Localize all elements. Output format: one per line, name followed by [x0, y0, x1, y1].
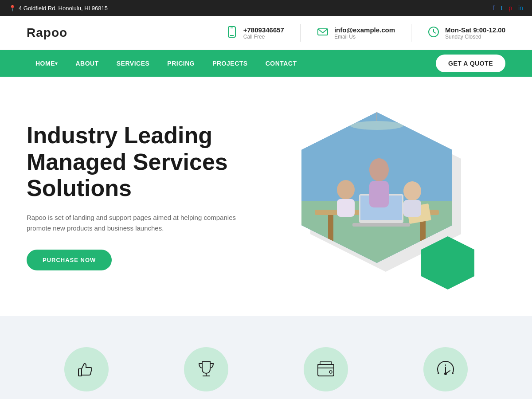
- nav-about[interactable]: ABOUT: [67, 50, 108, 77]
- clock-icon: [427, 26, 440, 40]
- hero-title: Industry Leading Managed Services Soluti…: [27, 122, 266, 202]
- nav-home-link[interactable]: HOME: [27, 50, 67, 77]
- divider-2: [411, 24, 411, 42]
- svg-rect-27: [318, 364, 334, 376]
- feature-advice: The right advice: [27, 347, 146, 399]
- site-logo[interactable]: Rapoo: [27, 26, 67, 40]
- nav-contact[interactable]: CONTACT: [257, 50, 306, 77]
- top-bar: 📍 4 Goldfield Rd. Honolulu, HI 96815 f t…: [0, 0, 532, 16]
- gauge-icon: [434, 358, 457, 380]
- feature-premium: Premium Services: [386, 347, 505, 399]
- svg-rect-21: [403, 200, 421, 217]
- divider-1: [300, 24, 301, 42]
- nav-pricing-link[interactable]: PRICING: [158, 50, 203, 77]
- svg-point-20: [403, 181, 421, 201]
- nav-services-link[interactable]: SERVICES: [108, 50, 159, 77]
- thumbs-up-icon: [75, 358, 98, 380]
- svg-line-6: [434, 32, 436, 33]
- svg-rect-28: [318, 364, 334, 368]
- svg-rect-19: [337, 199, 355, 217]
- hours-info: Mon-Sat 9:00-12.00 Sunday Closed: [445, 26, 505, 40]
- feature-excellence: Recognised for excellence: [146, 347, 266, 399]
- nav-about-link[interactable]: ABOUT: [67, 50, 108, 77]
- email-contact: info@example.com Email Us: [317, 26, 395, 40]
- svg-point-22: [350, 121, 403, 130]
- facebook-icon[interactable]: f: [493, 4, 495, 12]
- email-icon: [317, 26, 329, 40]
- nav-services[interactable]: SERVICES: [108, 50, 159, 77]
- svg-point-18: [337, 180, 355, 200]
- pinterest-icon[interactable]: p: [509, 4, 512, 12]
- address-area: 📍 4 Goldfield Rd. Honolulu, HI 96815: [9, 5, 108, 12]
- nav-contact-link[interactable]: CONTACT: [257, 50, 306, 77]
- svg-rect-17: [369, 181, 389, 207]
- sunday-label: Sunday Closed: [445, 34, 505, 40]
- nav-projects-link[interactable]: PROJECTS: [203, 50, 256, 77]
- phone-contact: +7809346657 Call Free: [226, 26, 284, 40]
- hours-text: Mon-Sat 9:00-12.00: [445, 26, 505, 34]
- hero-content: Industry Leading Managed Services Soluti…: [27, 122, 266, 270]
- phone-icon: [226, 26, 238, 40]
- get-quote-button[interactable]: GET A QUOTE: [436, 55, 505, 72]
- twitter-icon[interactable]: t: [501, 4, 502, 12]
- wallet-icon: [315, 358, 337, 380]
- email-label: Email Us: [334, 34, 395, 40]
- nav-home[interactable]: HOME: [27, 50, 67, 77]
- email-info: info@example.com Email Us: [334, 26, 395, 40]
- email-address: info@example.com: [334, 26, 395, 34]
- feature-premium-circle: [423, 347, 468, 391]
- svg-rect-14: [352, 223, 410, 227]
- header-contacts: +7809346657 Call Free info@example.com E…: [226, 24, 505, 42]
- social-links[interactable]: f t p in: [493, 4, 523, 12]
- feature-excellence-circle: [184, 347, 228, 391]
- site-header: Rapoo +7809346657 Call Free: [0, 16, 532, 50]
- svg-rect-24: [78, 369, 82, 376]
- phone-info: +7809346657 Call Free: [243, 26, 284, 40]
- hero-description: Rapoo is set of landing and support page…: [27, 212, 248, 234]
- phone-number: +7809346657: [243, 26, 284, 34]
- location-icon: 📍: [9, 5, 16, 12]
- feature-compare-circle: [304, 347, 348, 391]
- hero-section: Industry Leading Managed Services Soluti…: [0, 77, 532, 316]
- nav-projects[interactable]: PROJECTS: [203, 50, 256, 77]
- svg-point-29: [329, 371, 332, 373]
- linkedin-icon[interactable]: in: [518, 4, 523, 12]
- address-text: 4 Goldfield Rd. Honolulu, HI 96815: [19, 5, 108, 12]
- feature-compare: Compare the best: [266, 347, 386, 399]
- purchase-button[interactable]: PURCHASE NOW: [27, 250, 112, 270]
- nav-links-list: HOME ABOUT SERVICES PRICING PROJECTS CON…: [27, 50, 306, 77]
- navigation: HOME ABOUT SERVICES PRICING PROJECTS CON…: [0, 50, 532, 77]
- trophy-icon: [195, 358, 217, 380]
- feature-advice-circle: [64, 347, 109, 391]
- phone-label: Call Free: [243, 34, 284, 40]
- svg-point-35: [444, 372, 447, 375]
- svg-point-16: [369, 158, 389, 181]
- nav-pricing[interactable]: PRICING: [158, 50, 203, 77]
- hours-contact: Mon-Sat 9:00-12.00 Sunday Closed: [427, 26, 505, 40]
- features-section: The right advice Recognised for excellen…: [0, 316, 532, 399]
- hex-image-container: [301, 112, 470, 281]
- hero-image-area: [266, 112, 505, 281]
